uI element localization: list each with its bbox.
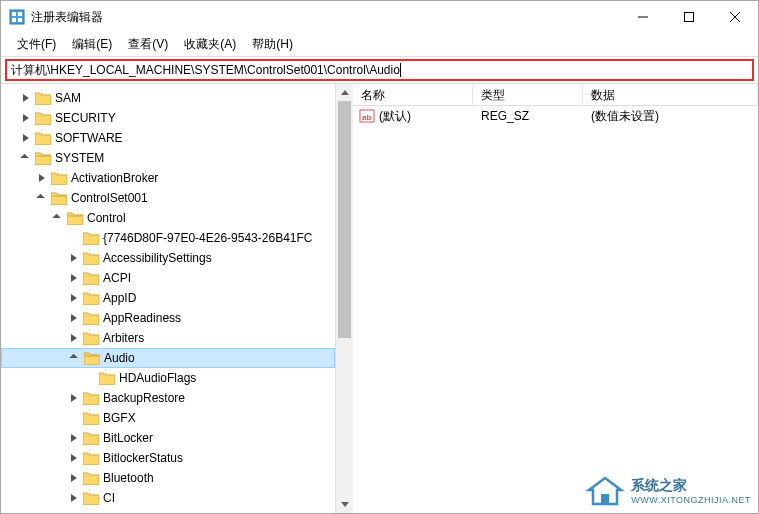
close-icon <box>730 12 740 22</box>
value-type: REG_SZ <box>473 109 583 123</box>
tree-label: AppReadiness <box>103 311 181 325</box>
folder-icon <box>35 111 51 125</box>
chevron-right-icon[interactable] <box>67 271 81 285</box>
tree-item-activationbroker[interactable]: ActivationBroker <box>1 168 335 188</box>
tree-item-bitlockerstatus[interactable]: BitlockerStatus <box>1 448 335 468</box>
tree-item-acpi[interactable]: ACPI <box>1 268 335 288</box>
tree-label: Arbiters <box>103 331 144 345</box>
menu-view[interactable]: 查看(V) <box>120 33 176 56</box>
tree-item-arbiters[interactable]: Arbiters <box>1 328 335 348</box>
tree-item-accessibility[interactable]: AccessibilitySettings <box>1 248 335 268</box>
watermark-title: 系统之家 <box>631 477 751 495</box>
column-name[interactable]: 名称 <box>353 84 473 105</box>
chevron-right-icon[interactable] <box>67 471 81 485</box>
folder-icon <box>83 391 99 405</box>
tree-item-appreadiness[interactable]: AppReadiness <box>1 308 335 328</box>
menu-favorites[interactable]: 收藏夹(A) <box>176 33 244 56</box>
close-button[interactable] <box>712 1 758 33</box>
tree-item-sam[interactable]: SAM <box>1 88 335 108</box>
watermark-url: WWW.XITONGZHIJIA.NET <box>631 495 751 505</box>
chevron-down-icon[interactable] <box>35 191 49 205</box>
folder-icon <box>83 471 99 485</box>
folder-icon <box>83 251 99 265</box>
tree-item-controlset001[interactable]: ControlSet001 <box>1 188 335 208</box>
tree-item-bitlocker[interactable]: BitLocker <box>1 428 335 448</box>
chevron-right-icon[interactable] <box>67 451 81 465</box>
tree-item-system[interactable]: SYSTEM <box>1 148 335 168</box>
address-bar[interactable]: 计算机\HKEY_LOCAL_MACHINE\SYSTEM\ControlSet… <box>5 59 754 81</box>
chevron-down-icon[interactable] <box>19 151 33 165</box>
tree-label: Audio <box>104 351 135 365</box>
menu-help[interactable]: 帮助(H) <box>244 33 301 56</box>
tree-item-control[interactable]: Control <box>1 208 335 228</box>
folder-icon <box>35 131 51 145</box>
column-data[interactable]: 数据 <box>583 84 758 105</box>
string-value-icon: ab <box>359 108 375 124</box>
maximize-icon <box>684 12 694 22</box>
scrollbar-thumb[interactable] <box>338 101 351 338</box>
folder-icon <box>35 91 51 105</box>
tree-label: Control <box>87 211 126 225</box>
chevron-right-icon[interactable] <box>67 251 81 265</box>
app-icon <box>9 9 25 25</box>
tree-item-hdaudioflags[interactable]: HDAudioFlags <box>1 368 335 388</box>
chevron-down-icon[interactable] <box>51 211 65 225</box>
folder-icon <box>83 451 99 465</box>
scrollbar-track[interactable] <box>336 101 353 496</box>
svg-rect-1 <box>12 12 16 16</box>
folder-icon <box>83 311 99 325</box>
chevron-right-icon[interactable] <box>67 391 81 405</box>
folder-icon <box>51 171 67 185</box>
folder-open-icon <box>67 211 83 225</box>
maximize-button[interactable] <box>666 1 712 33</box>
chevron-right-icon[interactable] <box>67 431 81 445</box>
svg-text:ab: ab <box>362 113 371 122</box>
tree-item-guid[interactable]: {7746D80F-97E0-4E26-9543-26B41FC <box>1 228 335 248</box>
scrollbar-up-button[interactable] <box>336 84 353 101</box>
svg-rect-3 <box>12 18 16 22</box>
chevron-right-icon[interactable] <box>35 171 49 185</box>
chevron-none <box>67 231 81 245</box>
tree-item-software[interactable]: SOFTWARE <box>1 128 335 148</box>
tree-item-ci[interactable]: CI <box>1 488 335 508</box>
chevron-right-icon[interactable] <box>19 131 33 145</box>
tree-item-bluetooth[interactable]: Bluetooth <box>1 468 335 488</box>
tree-label: ACPI <box>103 271 131 285</box>
content-area: SAM SECURITY SOFTWARE SYSTEM ActivationB… <box>1 83 758 513</box>
tree-scrollbar[interactable] <box>336 84 353 513</box>
tree-label: CI <box>103 491 115 505</box>
values-list[interactable]: 名称 类型 数据 ab (默认) REG_SZ (数值未设置) <box>353 84 758 513</box>
menu-file[interactable]: 文件(F) <box>9 33 64 56</box>
chevron-right-icon[interactable] <box>67 331 81 345</box>
tree-item-security[interactable]: SECURITY <box>1 108 335 128</box>
tree-view[interactable]: SAM SECURITY SOFTWARE SYSTEM ActivationB… <box>1 84 336 513</box>
svg-rect-6 <box>685 13 694 22</box>
tree-label: SOFTWARE <box>55 131 123 145</box>
value-data: (数值未设置) <box>583 108 758 125</box>
minimize-button[interactable] <box>620 1 666 33</box>
titlebar: 注册表编辑器 <box>1 1 758 33</box>
tree-label: SYSTEM <box>55 151 104 165</box>
chevron-down-icon[interactable] <box>68 351 82 365</box>
chevron-right-icon[interactable] <box>67 311 81 325</box>
column-type[interactable]: 类型 <box>473 84 583 105</box>
menu-edit[interactable]: 编辑(E) <box>64 33 120 56</box>
chevron-right-icon[interactable] <box>19 91 33 105</box>
tree-label: Bluetooth <box>103 471 154 485</box>
chevron-right-icon[interactable] <box>19 111 33 125</box>
tree-item-appid[interactable]: AppID <box>1 288 335 308</box>
folder-open-icon <box>35 151 51 165</box>
tree-item-backuprestore[interactable]: BackupRestore <box>1 388 335 408</box>
tree-label: BGFX <box>103 411 136 425</box>
tree-label: ControlSet001 <box>71 191 148 205</box>
watermark-logo-icon <box>585 474 625 508</box>
tree-label: AccessibilitySettings <box>103 251 212 265</box>
tree-item-audio[interactable]: Audio <box>1 348 335 368</box>
list-header: 名称 类型 数据 <box>353 84 758 106</box>
folder-icon <box>83 411 99 425</box>
tree-item-bgfx[interactable]: BGFX <box>1 408 335 428</box>
scrollbar-down-button[interactable] <box>336 496 353 513</box>
list-item-default[interactable]: ab (默认) REG_SZ (数值未设置) <box>353 106 758 126</box>
chevron-right-icon[interactable] <box>67 291 81 305</box>
chevron-right-icon[interactable] <box>67 491 81 505</box>
